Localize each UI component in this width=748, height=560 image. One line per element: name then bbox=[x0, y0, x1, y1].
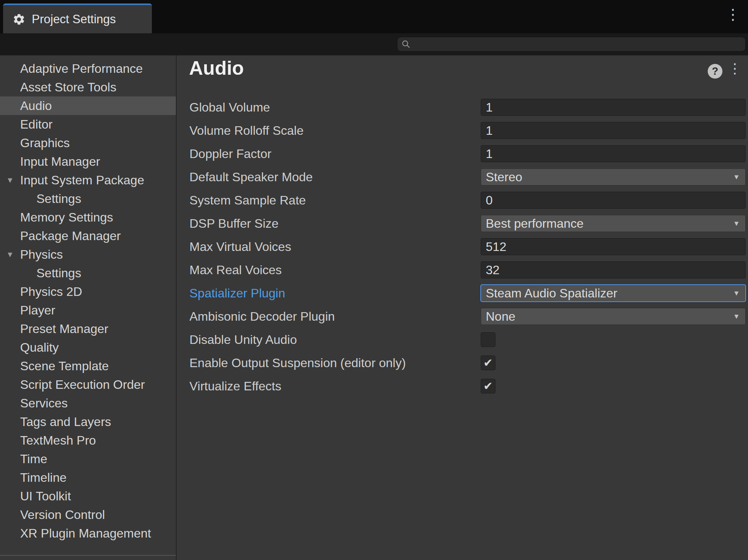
chevron-down-icon: ▼ bbox=[733, 220, 740, 228]
sidebar-item-audio[interactable]: Audio bbox=[0, 96, 176, 115]
input-value: 1 bbox=[486, 124, 493, 138]
setting-label: Enable Output Suspension (editor only) bbox=[189, 356, 481, 370]
foldout-triangle-icon[interactable]: ▼ bbox=[6, 250, 14, 259]
settings-row-enable-output-suspension-editor-only: Enable Output Suspension (editor only)✔ bbox=[189, 351, 746, 374]
setting-label: System Sample Rate bbox=[189, 193, 481, 208]
setting-checkbox-disable-unity-audio[interactable] bbox=[481, 332, 495, 347]
setting-dropdown-dsp-buffer-size[interactable]: Best performance▼ bbox=[481, 215, 746, 232]
tab-project-settings[interactable]: Project Settings bbox=[3, 3, 152, 33]
settings-row-doppler-factor: Doppler Factor1 bbox=[189, 142, 746, 165]
setting-checkbox-enable-output-suspension-editor-only[interactable]: ✔ bbox=[481, 356, 495, 370]
audio-settings-panel: Audio ? ⋮ Global Volume1Volume Rolloff S… bbox=[177, 55, 748, 560]
settings-row-default-speaker-mode: Default Speaker ModeStereo▼ bbox=[189, 165, 746, 189]
sidebar-item-memory-settings[interactable]: Memory Settings bbox=[0, 208, 176, 227]
input-value: 0 bbox=[486, 193, 493, 208]
sidebar-item-label: Settings bbox=[36, 192, 81, 206]
sidebar-item-label: Settings bbox=[36, 266, 81, 280]
settings-row-max-real-voices: Max Real Voices32 bbox=[189, 258, 746, 282]
search-input[interactable] bbox=[397, 37, 746, 52]
sidebar-item-physics[interactable]: ▼Physics bbox=[0, 245, 176, 264]
settings-row-virtualize-effects: Virtualize Effects✔ bbox=[189, 374, 746, 398]
sidebar-item-label: Adaptive Performance bbox=[20, 62, 143, 76]
sidebar-item-timeline[interactable]: Timeline bbox=[0, 468, 176, 487]
sidebar-item-ui-toolkit[interactable]: UI Toolkit bbox=[0, 487, 176, 505]
sidebar-item-label: Physics 2D bbox=[20, 285, 82, 299]
setting-dropdown-spatializer-plugin[interactable]: Steam Audio Spatializer▼ bbox=[481, 285, 746, 302]
sidebar-item-script-execution-order[interactable]: Script Execution Order bbox=[0, 375, 176, 394]
sidebar-item-package-manager[interactable]: Package Manager bbox=[0, 227, 176, 245]
sidebar-item-time[interactable]: Time bbox=[0, 450, 176, 468]
panel-menu-icon[interactable]: ⋮ bbox=[728, 62, 742, 76]
sidebar-item-label: Memory Settings bbox=[20, 210, 113, 225]
sidebar-item-version-control[interactable]: Version Control bbox=[0, 505, 176, 524]
checkmark-icon: ✔ bbox=[483, 357, 493, 369]
sidebar-item-asset-store-tools[interactable]: Asset Store Tools bbox=[0, 78, 176, 96]
sidebar-item-quality[interactable]: Quality bbox=[0, 338, 176, 357]
sidebar-item-tags-and-layers[interactable]: Tags and Layers bbox=[0, 412, 176, 431]
setting-input-system-sample-rate[interactable]: 0 bbox=[481, 192, 746, 209]
sidebar-item-label: Audio bbox=[20, 99, 52, 113]
sidebar-item-adaptive-performance[interactable]: Adaptive Performance bbox=[0, 59, 176, 78]
page-title: Audio bbox=[189, 57, 244, 79]
help-icon[interactable]: ? bbox=[708, 64, 722, 79]
sidebar-item-settings[interactable]: Settings bbox=[0, 189, 176, 208]
setting-label: Spatializer Plugin bbox=[189, 286, 481, 301]
settings-row-volume-rolloff-scale: Volume Rolloff Scale1 bbox=[189, 119, 746, 142]
checkmark-icon: ✔ bbox=[483, 381, 493, 392]
settings-row-system-sample-rate: System Sample Rate0 bbox=[189, 189, 746, 212]
sidebar-item-preset-manager[interactable]: Preset Manager bbox=[0, 320, 176, 338]
window-titlebar: Project Settings ⋮ bbox=[0, 0, 748, 33]
settings-row-disable-unity-audio: Disable Unity Audio bbox=[189, 328, 746, 351]
sidebar-bottom-divider bbox=[0, 555, 176, 556]
setting-input-volume-rolloff-scale[interactable]: 1 bbox=[481, 122, 746, 139]
sidebar-item-label: Script Execution Order bbox=[20, 378, 145, 392]
setting-input-max-virtual-voices[interactable]: 512 bbox=[481, 238, 746, 255]
sidebar-item-label: Asset Store Tools bbox=[20, 80, 116, 94]
sidebar-item-label: Scene Template bbox=[20, 359, 109, 373]
sidebar-item-input-manager[interactable]: Input Manager bbox=[0, 152, 176, 171]
sidebar-item-label: Time bbox=[20, 452, 47, 466]
setting-dropdown-ambisonic-decoder-plugin[interactable]: None▼ bbox=[481, 308, 746, 325]
window-menu-icon[interactable]: ⋮ bbox=[726, 7, 740, 22]
sidebar-item-label: Quality bbox=[20, 340, 59, 355]
sidebar-item-label: Editor bbox=[20, 117, 53, 132]
sidebar-item-physics-2d[interactable]: Physics 2D bbox=[0, 282, 176, 301]
sidebar-item-label: Input Manager bbox=[20, 155, 100, 169]
input-value: 512 bbox=[486, 240, 506, 254]
sidebar-item-scene-template[interactable]: Scene Template bbox=[0, 357, 176, 375]
sidebar-item-label: Package Manager bbox=[20, 229, 121, 243]
sidebar-item-editor[interactable]: Editor bbox=[0, 115, 176, 134]
setting-input-global-volume[interactable]: 1 bbox=[481, 99, 746, 116]
sidebar-item-label: Tags and Layers bbox=[20, 415, 111, 429]
setting-label: Volume Rolloff Scale bbox=[189, 124, 481, 138]
sidebar-item-label: Player bbox=[20, 303, 55, 318]
settings-row-ambisonic-decoder-plugin: Ambisonic Decoder PluginNone▼ bbox=[189, 305, 746, 328]
setting-label: Virtualize Effects bbox=[189, 379, 481, 393]
setting-label: Max Real Voices bbox=[189, 263, 481, 277]
sidebar-item-label: Preset Manager bbox=[20, 322, 108, 336]
input-value: 32 bbox=[486, 263, 500, 277]
sidebar-item-settings[interactable]: Settings bbox=[0, 264, 176, 282]
setting-input-doppler-factor[interactable]: 1 bbox=[481, 145, 746, 162]
settings-row-global-volume: Global Volume1 bbox=[189, 96, 746, 119]
setting-checkbox-virtualize-effects[interactable]: ✔ bbox=[481, 379, 495, 393]
chevron-down-icon: ▼ bbox=[733, 289, 740, 297]
search-toolbar bbox=[0, 33, 748, 55]
dropdown-value: None bbox=[486, 309, 516, 324]
input-value: 1 bbox=[486, 100, 493, 115]
sidebar-item-label: Graphics bbox=[20, 136, 70, 150]
foldout-triangle-icon[interactable]: ▼ bbox=[6, 176, 14, 185]
settings-row-dsp-buffer-size: DSP Buffer SizeBest performance▼ bbox=[189, 212, 746, 235]
sidebar-item-player[interactable]: Player bbox=[0, 301, 176, 320]
setting-label: Doppler Factor bbox=[189, 147, 481, 161]
sidebar-item-xr-plugin-management[interactable]: XR Plugin Management bbox=[0, 524, 176, 543]
settings-sidebar: Adaptive PerformanceAsset Store ToolsAud… bbox=[0, 55, 177, 560]
sidebar-item-textmesh-pro[interactable]: TextMesh Pro bbox=[0, 431, 176, 450]
setting-dropdown-default-speaker-mode[interactable]: Stereo▼ bbox=[481, 168, 746, 186]
sidebar-item-graphics[interactable]: Graphics bbox=[0, 134, 176, 152]
sidebar-item-input-system-package[interactable]: ▼Input System Package bbox=[0, 171, 176, 189]
sidebar-item-services[interactable]: Services bbox=[0, 394, 176, 412]
sidebar-item-label: Physics bbox=[20, 247, 63, 262]
content-area: Adaptive PerformanceAsset Store ToolsAud… bbox=[0, 55, 748, 560]
setting-input-max-real-voices[interactable]: 32 bbox=[481, 261, 746, 278]
